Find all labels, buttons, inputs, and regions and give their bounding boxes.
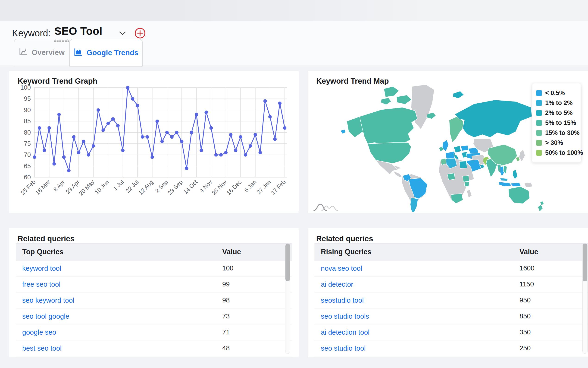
map-legend: < 0.5%1% to 2%2% to 5%5% to 15%15% to 30…	[532, 83, 581, 162]
svg-text:65: 65	[24, 163, 31, 170]
svg-text:80: 80	[24, 129, 31, 136]
related-queries-top-card: Related queries Top Queries Value keywor…	[9, 228, 299, 357]
column-header-query: Top Queries	[16, 248, 222, 256]
country-kenya[interactable]	[464, 182, 469, 186]
svg-text:16 Dec: 16 Dec	[225, 179, 243, 196]
keyword-value[interactable]: SEO Tool	[54, 25, 103, 37]
query-value: 73	[222, 312, 292, 320]
country-malaysia[interactable]	[500, 178, 508, 181]
bottom-band	[0, 357, 588, 368]
legend-item: 2% to 5%	[536, 108, 577, 118]
country-argentina-chile[interactable]	[410, 198, 418, 212]
query-link[interactable]: nova seo tool	[314, 264, 519, 272]
query-value: 48	[222, 344, 292, 352]
svg-text:90: 90	[24, 107, 31, 114]
svg-text:8 Apr: 8 Apr	[52, 179, 66, 193]
country-poland[interactable]	[461, 145, 469, 151]
svg-text:17 Feb: 17 Feb	[270, 179, 287, 196]
svg-text:1 Jul: 1 Jul	[112, 179, 125, 192]
query-value: 850	[519, 312, 588, 320]
legend-swatch	[536, 150, 542, 156]
country-canada-islands[interactable]	[381, 98, 391, 105]
chevron-down-icon[interactable]	[119, 31, 126, 36]
table-row: seo studio tool250	[314, 340, 588, 356]
tab-google-trends-label: Google Trends	[87, 48, 139, 57]
legend-label: 1% to 2%	[545, 99, 573, 107]
query-link[interactable]: google seo	[16, 328, 222, 336]
country-indonesia[interactable]	[510, 183, 521, 186]
country-ethiopia[interactable]	[463, 175, 469, 182]
trend-wave-icon	[313, 203, 338, 212]
query-link[interactable]: seo studio tool	[314, 344, 519, 352]
country-egypt[interactable]	[459, 161, 467, 168]
query-link[interactable]: ai detection tool	[314, 328, 519, 336]
country-scandinavia[interactable]	[449, 116, 464, 143]
country-philippines[interactable]	[513, 169, 518, 179]
svg-text:10 Jun: 10 Jun	[94, 179, 110, 196]
svg-text:100: 100	[20, 84, 31, 91]
table-header-row: Top Queries Value	[16, 244, 292, 260]
country-nigeria[interactable]	[447, 173, 455, 180]
svg-text:25 Feb: 25 Feb	[19, 179, 37, 196]
legend-item: < 0.5%	[536, 88, 577, 98]
country-germany[interactable]	[454, 146, 461, 153]
tab-overview[interactable]: Overview	[14, 39, 70, 66]
scrollbar-track[interactable]	[582, 243, 588, 354]
country-png[interactable]	[524, 182, 532, 187]
keyword-trend-map-card: Keyword Trend Map	[308, 71, 588, 213]
scrollbar-thumb[interactable]	[285, 244, 290, 281]
legend-label: 2% to 5%	[545, 109, 573, 117]
country-canada-islands[interactable]	[384, 86, 399, 97]
country-central-america[interactable]	[393, 171, 402, 177]
query-link[interactable]: seostudio tool	[314, 296, 519, 304]
top-queries-table: Top Queries Value keyword tool100free se…	[16, 243, 292, 356]
tab-google-trends[interactable]: Google Trends	[70, 39, 143, 66]
svg-text:60: 60	[24, 174, 31, 181]
country-canada[interactable]	[360, 107, 417, 145]
country-australia[interactable]	[508, 186, 530, 204]
query-value: 950	[519, 296, 588, 304]
country-russia[interactable]	[455, 100, 532, 138]
query-link[interactable]: best seo tool	[16, 344, 222, 352]
country-canada-islands[interactable]	[396, 95, 412, 104]
add-keyword-button[interactable]	[134, 27, 146, 40]
svg-text:70: 70	[24, 151, 31, 158]
legend-swatch	[536, 100, 542, 106]
query-value: 71	[222, 328, 292, 336]
query-link[interactable]: seo tool google	[16, 312, 222, 320]
scrollbar-track[interactable]	[285, 243, 290, 354]
svg-text:95: 95	[24, 95, 31, 102]
svg-text:12 Aug: 12 Aug	[137, 179, 154, 196]
svg-text:14 Oct: 14 Oct	[182, 179, 199, 195]
country-svalbard[interactable]	[453, 91, 464, 99]
table-row: seo keyword tool98	[16, 293, 292, 308]
column-header-value: Value	[222, 248, 292, 256]
query-value: 1150	[519, 280, 588, 288]
country-usa[interactable]	[368, 143, 411, 163]
table-row: seo tool google73	[16, 308, 292, 324]
country-bering-island[interactable]	[340, 129, 346, 134]
table-row: ai detector1150	[314, 276, 588, 293]
query-link[interactable]: keyword tool	[16, 264, 222, 272]
related-queries-rising-card: Related queries Rising Queries Value nov…	[308, 228, 588, 357]
country-south-africa[interactable]	[451, 193, 463, 203]
scrollbar-thumb[interactable]	[583, 244, 587, 281]
tab-bar: Overview Google Trends	[0, 39, 588, 66]
query-link[interactable]: seo studio tools	[314, 312, 519, 320]
query-link[interactable]: free seo tool	[16, 280, 222, 288]
svg-text:18 Mar: 18 Mar	[34, 179, 51, 196]
country-new-zealand[interactable]	[538, 205, 543, 212]
country-indonesia[interactable]	[499, 182, 512, 186]
query-value: 250	[519, 344, 588, 352]
legend-swatch	[536, 110, 542, 116]
country-madagascar[interactable]	[467, 190, 472, 198]
country-greenland[interactable]	[411, 85, 434, 129]
rising-queries-table: Rising Queries Value nova seo tool1600ai…	[314, 243, 588, 356]
query-value: 1600	[519, 264, 588, 272]
column-header-query: Rising Queries	[314, 248, 519, 256]
query-link[interactable]: seo keyword tool	[16, 296, 222, 304]
legend-item: 5% to 15%	[536, 118, 577, 128]
section-gap	[0, 213, 588, 228]
trend-line-chart[interactable]: 100959085807570656025 Feb18 Mar8 Apr29 A…	[14, 82, 295, 211]
query-link[interactable]: ai detector	[314, 280, 519, 288]
